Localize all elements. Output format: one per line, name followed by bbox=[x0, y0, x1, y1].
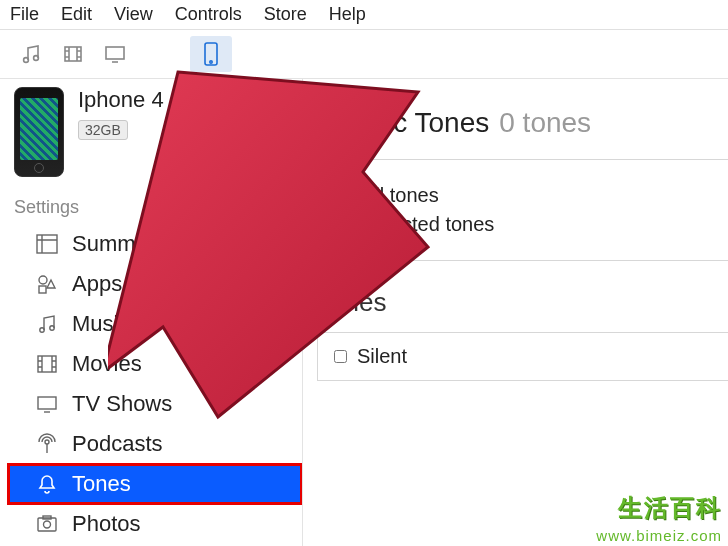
tone-item-label: Silent bbox=[357, 345, 407, 368]
tone-item[interactable]: Silent bbox=[334, 345, 728, 368]
sidebar-item-label: Tones bbox=[72, 471, 131, 497]
svg-point-6 bbox=[161, 52, 165, 56]
svg-point-13 bbox=[50, 326, 54, 330]
toolbar bbox=[0, 30, 728, 79]
tones-icon bbox=[34, 473, 60, 495]
sidebar-item-summary[interactable]: Summary bbox=[8, 224, 302, 264]
sidebar-item-label: Podcasts bbox=[72, 431, 163, 457]
podcasts-icon bbox=[34, 433, 60, 455]
settings-list: Summary Apps Music Movies TV Shows Podca… bbox=[8, 224, 302, 546]
sync-tones-checkbox[interactable] bbox=[317, 114, 335, 132]
sidebar-item-photos[interactable]: Photos bbox=[8, 504, 302, 544]
tones-section-header: Tones bbox=[317, 287, 728, 318]
svg-rect-14 bbox=[38, 356, 56, 372]
svg-rect-9 bbox=[37, 235, 57, 253]
radio-selected-tones-label: Selected tones bbox=[362, 213, 494, 236]
music-sidebar-icon bbox=[34, 313, 60, 335]
svg-point-12 bbox=[40, 328, 44, 332]
svg-point-0 bbox=[24, 58, 29, 63]
svg-point-16 bbox=[45, 440, 49, 444]
tone-item-checkbox[interactable] bbox=[334, 350, 347, 363]
sidebar-item-movies[interactable]: Movies bbox=[8, 344, 302, 384]
sidebar-section-label: Settings bbox=[8, 187, 302, 224]
more-tab-icon[interactable] bbox=[136, 36, 178, 72]
device-capacity-badge: 32GB bbox=[78, 120, 128, 140]
sync-options-panel: All tones Selected tones bbox=[317, 159, 728, 261]
sidebar-item-tones[interactable]: Tones bbox=[8, 464, 302, 504]
menu-controls[interactable]: Controls bbox=[175, 4, 242, 25]
watermark-text: 生活百科 bbox=[618, 492, 722, 524]
svg-point-10 bbox=[39, 276, 47, 284]
svg-point-18 bbox=[44, 521, 51, 528]
device-tab-icon[interactable] bbox=[190, 36, 232, 72]
watermark-url: www.bimeiz.com bbox=[596, 527, 722, 544]
photos-icon bbox=[34, 513, 60, 535]
sidebar-item-label: Music bbox=[72, 311, 129, 337]
sidebar-item-apps[interactable]: Apps bbox=[8, 264, 302, 304]
svg-rect-17 bbox=[38, 518, 56, 531]
device-header: Iphone 4 32GB 99% bbox=[8, 87, 302, 187]
menu-view[interactable]: View bbox=[114, 4, 153, 25]
svg-rect-7 bbox=[205, 43, 217, 65]
tv-sidebar-icon bbox=[34, 393, 60, 415]
svg-point-8 bbox=[210, 61, 212, 63]
tones-list: Silent bbox=[317, 332, 728, 381]
sidebar-item-label: Movies bbox=[72, 351, 142, 377]
radio-selected-tones-input[interactable] bbox=[338, 217, 354, 233]
menu-file[interactable]: File bbox=[10, 4, 39, 25]
device-name: Iphone 4 bbox=[78, 87, 296, 113]
sidebar-item-label: TV Shows bbox=[72, 391, 172, 417]
menu-edit[interactable]: Edit bbox=[61, 4, 92, 25]
device-battery: 99% bbox=[212, 119, 248, 139]
sidebar-item-label: Summary bbox=[72, 231, 166, 257]
music-tab-icon[interactable] bbox=[10, 36, 52, 72]
menu-bar: File Edit View Controls Store Help bbox=[0, 0, 728, 30]
sync-tones-label: Sync Tones bbox=[345, 107, 489, 139]
svg-point-4 bbox=[149, 52, 153, 56]
device-thumbnail bbox=[14, 87, 64, 177]
svg-point-5 bbox=[155, 52, 159, 56]
sync-header: Sync Tones 0 tones bbox=[317, 107, 728, 139]
sidebar-item-music[interactable]: Music bbox=[8, 304, 302, 344]
main-area: Iphone 4 32GB 99% Settings Summary Apps … bbox=[0, 79, 728, 546]
sidebar-item-podcasts[interactable]: Podcasts bbox=[8, 424, 302, 464]
sync-tones-count: 0 tones bbox=[499, 107, 591, 139]
svg-rect-15 bbox=[38, 397, 56, 409]
tv-tab-icon[interactable] bbox=[94, 36, 136, 72]
svg-rect-2 bbox=[65, 47, 81, 61]
sidebar-item-label: Photos bbox=[72, 511, 141, 537]
svg-rect-11 bbox=[39, 286, 46, 293]
content-pane: Sync Tones 0 tones All tones Selected to… bbox=[302, 79, 728, 546]
sidebar-item-tvshows[interactable]: TV Shows bbox=[8, 384, 302, 424]
sidebar-item-label: Apps bbox=[72, 271, 122, 297]
movies-tab-icon[interactable] bbox=[52, 36, 94, 72]
apps-icon bbox=[34, 273, 60, 295]
sidebar: Iphone 4 32GB 99% Settings Summary Apps … bbox=[0, 79, 302, 546]
radio-all-tones[interactable]: All tones bbox=[338, 184, 728, 207]
svg-rect-3 bbox=[106, 47, 124, 59]
radio-all-tones-input[interactable] bbox=[338, 188, 354, 204]
summary-icon bbox=[34, 233, 60, 255]
svg-point-1 bbox=[34, 56, 39, 61]
menu-store[interactable]: Store bbox=[264, 4, 307, 25]
menu-help[interactable]: Help bbox=[329, 4, 366, 25]
radio-selected-tones[interactable]: Selected tones bbox=[338, 213, 728, 236]
movies-sidebar-icon bbox=[34, 353, 60, 375]
radio-all-tones-label: All tones bbox=[362, 184, 439, 207]
